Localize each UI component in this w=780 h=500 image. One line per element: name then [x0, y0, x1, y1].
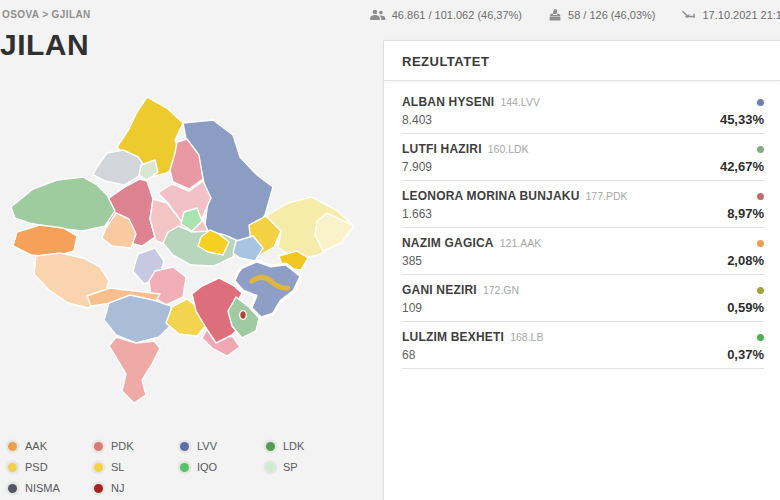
legend-label: SL — [111, 461, 124, 473]
legend-dot — [8, 463, 17, 472]
legend-label: NISMA — [25, 482, 60, 494]
map-region[interactable] — [93, 150, 143, 185]
map-region[interactable] — [315, 213, 354, 251]
stations-stat: 58 / 126 (46,03%) — [548, 8, 655, 22]
legend-dot — [180, 442, 189, 451]
legend-label: NJ — [111, 482, 124, 494]
stations-value: 58 / 126 (46,03%) — [568, 9, 655, 21]
updated-stat: 17.10.2021 21:1 — [681, 9, 780, 21]
legend-item-psd: PSD — [8, 460, 94, 474]
kosovo-map — [5, 85, 370, 440]
party-color-dot — [757, 287, 764, 294]
legend-item-sl: SL — [94, 460, 180, 474]
party-color-dot — [757, 334, 764, 341]
legend-item-sp: SP — [266, 460, 352, 474]
ballot-box-icon — [548, 8, 562, 22]
party-color-dot — [757, 240, 764, 247]
voters-value: 46.861 / 101.062 (46,37%) — [392, 9, 522, 21]
panel-spacer — [384, 369, 780, 500]
legend-item-nisma: NISMA — [8, 481, 94, 495]
result-row[interactable]: ALBAN HYSENI 144.LVV 8.403 45,33% — [402, 87, 764, 134]
legend-dot — [266, 463, 275, 472]
map-region[interactable] — [11, 177, 115, 231]
voters-icon — [369, 9, 386, 21]
legend-dot — [180, 463, 189, 472]
top-bar: OSOVA > GJILAN 46.861 / 101.062 (46,37%)… — [0, 0, 780, 26]
updated-icon — [681, 9, 696, 20]
candidate-percent: 0,59% — [727, 300, 764, 315]
results-panel-title: REZULTATET — [384, 41, 780, 81]
candidate-name: ALBAN HYSENI — [402, 95, 494, 109]
voters-stat: 46.861 / 101.062 (46,37%) — [369, 9, 522, 21]
candidate-percent: 42,67% — [720, 159, 764, 174]
legend-dot — [266, 442, 275, 451]
legend-dot — [8, 442, 17, 451]
candidate-name: GANI NEZIRI — [402, 283, 477, 297]
party-color-dot — [757, 99, 764, 106]
map-region-red-enclave[interactable] — [240, 311, 247, 320]
candidate-party: 168.LB — [510, 331, 543, 343]
candidate-votes: 68 — [402, 348, 415, 362]
legend-label: PSD — [25, 461, 48, 473]
candidate-votes: 1.663 — [402, 207, 432, 221]
results-list: ALBAN HYSENI 144.LVV 8.403 45,33% LUTFI … — [384, 81, 780, 369]
legend-label: SP — [283, 461, 298, 473]
candidate-party: 177.PDK — [586, 190, 628, 202]
legend-dot — [94, 463, 103, 472]
party-color-dot — [757, 193, 764, 200]
candidate-percent: 0,37% — [727, 347, 764, 362]
candidate-votes: 385 — [402, 254, 422, 268]
legend-item-lvv: LVV — [180, 439, 266, 453]
legend-item-aak: AAK — [8, 439, 94, 453]
candidate-name: LULZIM BEXHETI — [402, 330, 504, 344]
legend-item-nj: NJ — [94, 481, 180, 495]
legend-item-ldk: LDK — [266, 439, 352, 453]
map-region[interactable] — [109, 337, 160, 403]
legend-column: LVV IQO — [180, 439, 266, 495]
result-row[interactable]: GANI NEZIRI 172.GN 109 0,59% — [402, 275, 764, 322]
result-row[interactable]: LULZIM BEXHETI 168.LB 68 0,37% — [402, 322, 764, 369]
legend-dot — [94, 484, 103, 493]
legend-column: AAK PSD NISMA — [8, 439, 94, 495]
legend-label: PDK — [111, 440, 134, 452]
legend-dot — [8, 484, 17, 493]
party-legend: AAK PSD NISMA PDK SL NJ LVV — [8, 439, 352, 495]
candidate-percent: 45,33% — [720, 112, 764, 127]
candidate-votes: 7.909 — [402, 160, 432, 174]
legend-label: IQO — [197, 461, 217, 473]
legend-column: PDK SL NJ — [94, 439, 180, 495]
candidate-votes: 8.403 — [402, 113, 432, 127]
candidate-party: 160.LDK — [488, 143, 529, 155]
candidate-name: NAZIM GAGICA — [402, 236, 494, 250]
candidate-percent: 8,97% — [727, 206, 764, 221]
municipality-map — [5, 85, 370, 440]
candidate-party: 144.LVV — [500, 96, 540, 108]
legend-item-iqo: IQO — [180, 460, 266, 474]
candidate-percent: 2,08% — [727, 253, 764, 268]
candidate-party: 121.AAK — [500, 237, 541, 249]
candidate-party: 172.GN — [483, 284, 519, 296]
candidate-votes: 109 — [402, 301, 422, 315]
result-row[interactable]: LEONORA MORINA BUNJAKU 177.PDK 1.663 8,9… — [402, 181, 764, 228]
candidate-name: LUTFI HAZIRI — [402, 142, 482, 156]
map-region[interactable] — [13, 225, 77, 257]
legend-label: LDK — [283, 440, 304, 452]
results-panel: REZULTATET ALBAN HYSENI 144.LVV 8.403 45… — [383, 40, 780, 500]
party-color-dot — [757, 146, 764, 153]
legend-column: LDK SP — [266, 439, 352, 495]
result-row[interactable]: NAZIM GAGICA 121.AAK 385 2,08% — [402, 228, 764, 275]
breadcrumb[interactable]: OSOVA > GJILAN — [2, 9, 91, 20]
candidate-name: LEONORA MORINA BUNJAKU — [402, 189, 580, 203]
result-row[interactable]: LUTFI HAZIRI 160.LDK 7.909 42,67% — [402, 134, 764, 181]
legend-label: LVV — [197, 440, 217, 452]
topbar-stats: 46.861 / 101.062 (46,37%) 58 / 126 (46,0… — [369, 8, 780, 22]
legend-label: AAK — [25, 440, 47, 452]
updated-value: 17.10.2021 21:1 — [702, 9, 780, 21]
legend-dot — [94, 442, 103, 451]
legend-item-pdk: PDK — [94, 439, 180, 453]
